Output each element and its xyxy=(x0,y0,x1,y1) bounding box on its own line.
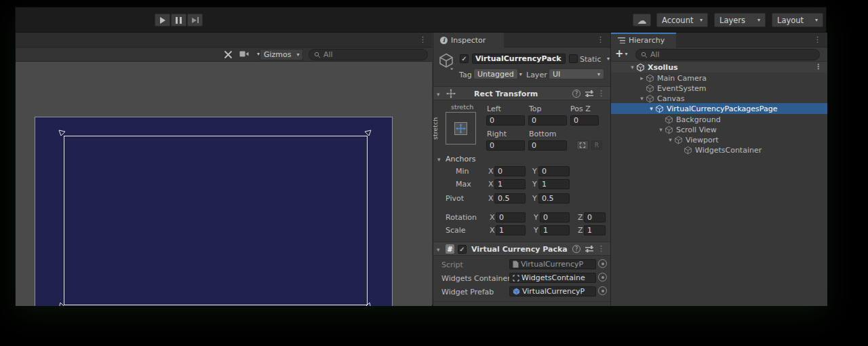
foldout-open-icon[interactable]: ▾ xyxy=(657,126,665,133)
pause-button[interactable] xyxy=(171,14,186,26)
anchors-foldout-icon[interactable]: ▾ xyxy=(437,156,441,163)
anchor-handle-top-left[interactable] xyxy=(58,129,67,138)
inspector-panel: i Inspector ⋮ ✓ VirtualCurrencyPack Stat… xyxy=(433,33,610,306)
vc-component-header[interactable]: ▾ # ✓ Virtual Currency Packa ? ⋮ xyxy=(433,242,610,256)
top-field[interactable]: 0 xyxy=(528,115,567,126)
layout-dropdown[interactable]: Layout▾ xyxy=(772,13,823,27)
scale-label: Scale xyxy=(446,226,466,235)
tree-item-scroll-view[interactable]: ▾ Scroll View xyxy=(611,124,827,135)
inspector-menu-kebab-icon[interactable]: ⋮ xyxy=(597,36,604,43)
static-chevron-icon[interactable]: ▾ xyxy=(607,56,610,62)
hierarchy-search-input[interactable]: All xyxy=(635,49,820,60)
account-dropdown[interactable]: Account▾ xyxy=(656,13,708,27)
foldout-open-icon[interactable]: ▾ xyxy=(648,105,655,112)
hierarchy-menu-kebab-icon[interactable]: ⋮ xyxy=(814,36,821,43)
foldout-open-icon[interactable]: ▾ xyxy=(437,246,440,253)
tree-item-viewport[interactable]: ▾ Viewport xyxy=(611,134,827,145)
anchor-preset-button[interactable] xyxy=(446,112,476,145)
pivot-y-field[interactable]: 0.5 xyxy=(538,193,570,204)
foldout-open-icon[interactable]: ▾ xyxy=(437,91,440,98)
scene-toolbar: ▾ Gizmos ▾ All xyxy=(16,47,432,62)
axis-y-label: Y xyxy=(532,167,537,176)
scene-menu-kebab-icon[interactable]: ⋮ xyxy=(419,36,427,43)
anchor-handle-bottom-left[interactable] xyxy=(58,301,67,306)
rect-transform-header[interactable]: ▾ Rect Transform ? ⋮ xyxy=(433,86,610,100)
tools-icon[interactable] xyxy=(223,50,233,62)
left-field[interactable]: 0 xyxy=(486,115,525,126)
scene-search-input[interactable]: All xyxy=(309,49,428,60)
component-kebab-icon[interactable]: ⋮ xyxy=(597,90,605,97)
scale-z-field[interactable]: 1 xyxy=(584,225,606,235)
play-button[interactable] xyxy=(155,14,170,26)
hierarchy-icon xyxy=(618,37,625,43)
tree-item-label: WidgetsContainer xyxy=(695,146,762,155)
cloud-services-button[interactable]: ☁ xyxy=(633,14,651,26)
scene-kebab-icon[interactable]: ⋮ xyxy=(814,63,822,71)
presets-icon[interactable] xyxy=(585,246,593,252)
gizmos-label: Gizmos xyxy=(264,50,292,59)
rotation-y-field[interactable]: 0 xyxy=(540,212,570,223)
right-field[interactable]: 0 xyxy=(486,140,525,151)
step-button[interactable] xyxy=(187,14,203,26)
help-icon[interactable]: ? xyxy=(572,245,580,253)
axis-x-label: X xyxy=(488,180,494,189)
anchors-max-x-field[interactable]: 1 xyxy=(494,179,526,189)
tab-inspector[interactable]: i Inspector xyxy=(433,33,504,47)
anchor-handle-top-right[interactable] xyxy=(363,129,372,138)
tree-item-widgetscontainer[interactable]: WidgetsContainer xyxy=(611,145,827,155)
anchors-max-y-field[interactable]: 1 xyxy=(538,179,570,189)
object-picker-icon[interactable] xyxy=(598,286,607,295)
script-field[interactable]: VirtualCurrencyP xyxy=(509,259,596,269)
axis-x-label: X xyxy=(488,167,494,176)
object-picker-icon[interactable] xyxy=(598,259,607,268)
blueprint-mode-button[interactable] xyxy=(576,140,589,150)
bottom-field[interactable]: 0 xyxy=(528,140,567,151)
gameobject-cube-icon[interactable] xyxy=(438,52,454,72)
rotation-x-field[interactable]: 0 xyxy=(496,212,526,223)
foldout-closed-icon[interactable]: ▸ xyxy=(638,75,646,81)
scale-y-field[interactable]: 1 xyxy=(540,225,570,235)
posz-field[interactable]: 0 xyxy=(570,115,599,126)
component-enabled-checkbox[interactable]: ✓ xyxy=(458,245,467,254)
tree-item-virtualcurrencypackagespage[interactable]: ▾ VirtualCurrencyPackagesPage xyxy=(611,103,827,114)
help-icon[interactable]: ? xyxy=(572,90,580,98)
foldout-open-icon[interactable]: ▾ xyxy=(629,64,636,71)
gameobject-name-field[interactable]: VirtualCurrencyPack xyxy=(472,54,566,64)
anchors-min-x-field[interactable]: 0 xyxy=(494,166,526,176)
tree-item-main-camera[interactable]: ▸ Main Camera xyxy=(611,73,827,83)
layers-dropdown[interactable]: Layers▾ xyxy=(714,13,766,27)
object-picker-icon[interactable] xyxy=(598,273,607,282)
tab-hierarchy[interactable]: Hierarchy xyxy=(611,33,676,47)
widget-prefab-label: Widget Prefab xyxy=(441,288,494,296)
gameobject-active-checkbox[interactable]: ✓ xyxy=(460,54,469,63)
tree-item-eventsystem[interactable]: EventSystem xyxy=(611,83,827,94)
rotation-z-field[interactable]: 0 xyxy=(584,212,606,223)
gizmos-dropdown[interactable]: Gizmos ▾ xyxy=(260,49,303,60)
tag-dropdown[interactable]: Untagged▾ xyxy=(473,69,518,79)
tree-item-scene-xsollus[interactable]: ▾ Xsollus ⋮ xyxy=(611,62,827,73)
script-file-icon xyxy=(513,261,519,268)
cube-icon xyxy=(665,126,673,134)
tree-item-canvas[interactable]: ▾ Canvas xyxy=(611,93,827,104)
widget-prefab-field[interactable]: VirtualCurrencyP xyxy=(509,286,596,296)
pivot-x-field[interactable]: 0.5 xyxy=(494,193,526,204)
static-checkbox[interactable] xyxy=(569,54,578,63)
component-kebab-icon[interactable]: ⋮ xyxy=(597,245,605,252)
layer-value: UI xyxy=(553,70,560,79)
anchor-handle-bottom-right[interactable] xyxy=(363,301,372,306)
scale-x-field[interactable]: 1 xyxy=(496,225,526,235)
rot-z-value: 0 xyxy=(587,213,592,222)
scene-camera-dropdown[interactable]: ▾ xyxy=(239,50,260,58)
presets-icon[interactable] xyxy=(585,90,593,97)
rect-transform-gizmo[interactable] xyxy=(64,136,368,305)
tree-item-background[interactable]: Background xyxy=(611,114,827,125)
raw-edit-mode-button[interactable]: R xyxy=(591,140,602,150)
layer-dropdown[interactable]: UI▾ xyxy=(549,69,604,79)
foldout-open-icon[interactable]: ▾ xyxy=(638,95,646,102)
foldout-open-icon[interactable]: ▾ xyxy=(667,136,674,143)
create-object-button[interactable]: +▾ xyxy=(615,49,628,59)
scene-viewport[interactable] xyxy=(16,62,432,306)
widgets-container-field[interactable]: WidgetsContaine xyxy=(509,273,596,283)
anchors-min-label: Min xyxy=(456,167,469,176)
anchors-min-y-field[interactable]: 0 xyxy=(538,166,570,176)
